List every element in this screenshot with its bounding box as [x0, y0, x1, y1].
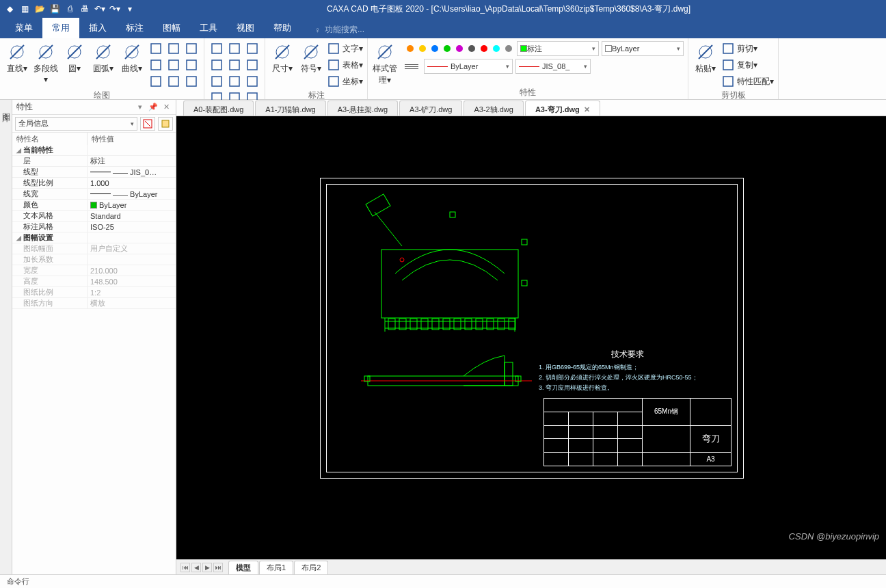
layer-icon-8[interactable]	[503, 43, 514, 54]
small-tool-1-4[interactable]	[226, 57, 243, 72]
prop-row-图纸方向[interactable]: 图纸方向横放	[12, 298, 176, 309]
menu-菜单[interactable]: 菜单	[5, 18, 42, 38]
small-tool-0-3[interactable]	[148, 57, 164, 72]
layer-icon-0[interactable]	[405, 43, 416, 54]
prop-row-图纸幅面[interactable]: 图纸幅面用户自定义	[12, 243, 176, 254]
layer-icon-4[interactable]	[454, 43, 465, 54]
layout-tab-布局1[interactable]: 布局1	[259, 561, 293, 574]
small-tool-1-1[interactable]	[226, 41, 243, 56]
prop-row-加长系数[interactable]: 加长系数	[12, 254, 176, 265]
prop-row-标注风格[interactable]: 标注风格ISO-25	[12, 222, 176, 232]
tool-多段线[interactable]: 多段线▾	[33, 41, 59, 84]
small-tool-1-0[interactable]	[209, 41, 225, 56]
layout-tab-布局2[interactable]: 布局2	[294, 561, 328, 574]
tool-文字[interactable]: 文字▾	[327, 41, 363, 56]
menu-视图[interactable]: 视图	[227, 18, 264, 38]
small-tool-0-6[interactable]	[148, 74, 164, 89]
doc-tab[interactable]: A3-铲刀.dwg	[399, 101, 462, 116]
tool-剪切[interactable]: 剪切▾	[721, 41, 774, 56]
dropdown-icon[interactable]: ▾	[135, 102, 146, 113]
small-tool-0-8[interactable]	[183, 74, 200, 89]
redo-icon[interactable]: ↷▾	[109, 3, 120, 14]
doc-tab[interactable]: A3-弯刀.dwg✕	[525, 101, 600, 116]
pin-icon[interactable]: 📌	[148, 102, 159, 113]
prop-row-线型比例[interactable]: 线型比例1.000	[12, 178, 176, 189]
tool-特性匹配[interactable]: 特性匹配▾	[721, 74, 774, 89]
tool-曲线[interactable]: 曲线▾	[119, 41, 145, 75]
layer-icon-3[interactable]	[442, 43, 453, 54]
undo-icon[interactable]: ↶▾	[94, 3, 105, 14]
nav-icon[interactable]: ◀	[191, 563, 201, 572]
combo-JIS_08_[interactable]: JIS_08_▾	[515, 59, 591, 74]
doc-tab[interactable]: A3-悬挂架.dwg	[327, 101, 398, 116]
tool-圆弧[interactable]: 圆弧▾	[90, 41, 116, 75]
menu-常用[interactable]: 常用	[42, 18, 79, 38]
combo-ByLayer[interactable]: ByLayer▾	[424, 59, 513, 74]
small-tool-0-2[interactable]	[183, 41, 200, 56]
new-icon[interactable]: ▦	[19, 3, 30, 14]
small-tool-0-5[interactable]	[183, 57, 200, 72]
close-tab-icon[interactable]: ✕	[584, 105, 590, 114]
menu-工具[interactable]: 工具	[190, 18, 227, 38]
ribbon-search[interactable]: ♀功能搜索...	[314, 24, 364, 38]
combo-ByLayer[interactable]: ByLayer▾	[602, 41, 684, 56]
layer-icon-7[interactable]	[491, 43, 502, 54]
prop-row-文本风格[interactable]: 文本风格Standard	[12, 211, 176, 222]
layer-icon-6[interactable]	[479, 43, 489, 54]
tool-复制[interactable]: 复制▾	[721, 57, 774, 72]
nav-icon[interactable]: ⏭	[213, 563, 223, 572]
save-icon[interactable]: 💾	[49, 3, 60, 14]
prop-row-图纸比例[interactable]: 图纸比例1:2	[12, 287, 176, 298]
small-tool-1-3[interactable]	[209, 57, 225, 72]
tool-样式管理[interactable]: 样式管理▾	[372, 41, 398, 86]
layer-icon-5[interactable]	[466, 43, 477, 54]
small-tool-1-6[interactable]	[209, 74, 225, 89]
menu-帮助[interactable]: 帮助	[264, 18, 301, 38]
prop-row-层[interactable]: 层标注	[12, 156, 176, 167]
tool-表格[interactable]: 表格▾	[327, 57, 363, 72]
layer-icon-1[interactable]	[417, 43, 428, 54]
print-icon[interactable]: 🖶	[79, 3, 90, 14]
tool-坐标[interactable]: 坐标▾	[327, 74, 363, 89]
combo-标注[interactable]: 标注▾	[517, 41, 599, 56]
close-icon[interactable]: ✕	[161, 102, 172, 113]
small-tool-1-7[interactable]	[226, 74, 243, 89]
doc-tab[interactable]: A3-2轴.dwg	[464, 101, 523, 116]
object-type-select[interactable]: 全局信息▾	[15, 117, 137, 131]
tool-粘贴[interactable]: 粘贴▾	[693, 41, 719, 75]
prop-row-高度[interactable]: 高度148.500	[12, 276, 176, 287]
filter-icon[interactable]	[158, 117, 173, 131]
sidebar-tab-library[interactable]: 图库	[0, 100, 12, 574]
small-tool-0-7[interactable]	[165, 74, 182, 89]
drawing-canvas[interactable]: 技术要求 1. 用GB699-65规定的65Mn钢制造； 2. 切削部分必须进行…	[176, 116, 886, 559]
small-tool-1-8[interactable]	[244, 74, 260, 89]
app-icon[interactable]: ◆	[4, 3, 15, 14]
prop-row-颜色[interactable]: 颜色ByLayer	[12, 200, 176, 211]
prop-row-线宽[interactable]: 线宽—— ByLayer	[12, 189, 176, 200]
small-tool-1-5[interactable]	[244, 57, 260, 72]
layout-tab-模型[interactable]: 模型	[228, 561, 258, 574]
nav-icon[interactable]: ⏮	[180, 563, 190, 572]
small-tool-0-1[interactable]	[165, 41, 182, 56]
saveall-icon[interactable]: ⎙	[64, 3, 75, 14]
doc-tab[interactable]: A0-装配图.dwg	[183, 101, 254, 116]
small-tool-1-2[interactable]	[244, 41, 260, 56]
tool-尺寸[interactable]: 尺寸▾	[269, 41, 295, 75]
prop-row-宽度[interactable]: 宽度210.000	[12, 265, 176, 276]
tool-符号[interactable]: 符号▾	[298, 41, 324, 75]
qat-more-icon[interactable]: ▾	[124, 3, 135, 14]
doc-tab[interactable]: A1-刀辊轴.dwg	[255, 101, 325, 116]
open-icon[interactable]: 📂	[34, 3, 45, 14]
tool-直线[interactable]: 直线▾	[4, 41, 30, 75]
command-line-label[interactable]: 命令行	[7, 576, 29, 587]
layer-icon-2[interactable]	[429, 43, 440, 54]
small-tool-0-0[interactable]	[148, 41, 164, 56]
prop-row-线型[interactable]: 线型—— JIS_0…	[12, 167, 176, 178]
menu-标注[interactable]: 标注	[116, 18, 153, 38]
tool-圆[interactable]: 圆▾	[62, 41, 88, 75]
small-tool-0-4[interactable]	[165, 57, 182, 72]
menu-图幅[interactable]: 图幅	[153, 18, 190, 38]
quick-select-icon[interactable]	[140, 117, 155, 131]
nav-icon[interactable]: ▶	[202, 563, 212, 572]
menu-插入[interactable]: 插入	[79, 18, 116, 38]
